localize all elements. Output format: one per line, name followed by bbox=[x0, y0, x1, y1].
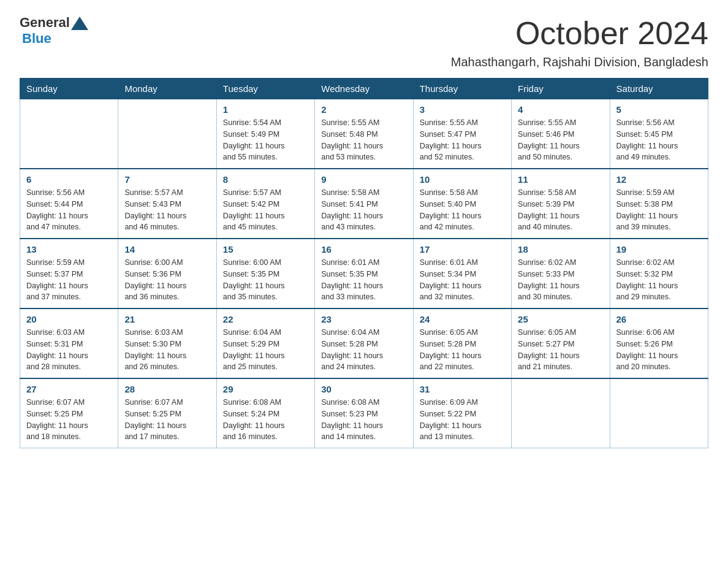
table-row: 5Sunrise: 5:56 AM Sunset: 5:45 PM Daylig… bbox=[610, 99, 708, 169]
table-row: 30Sunrise: 6:08 AM Sunset: 5:23 PM Dayli… bbox=[315, 378, 413, 448]
col-sunday: Sunday bbox=[20, 79, 118, 99]
day-info: Sunrise: 6:05 AM Sunset: 5:27 PM Dayligh… bbox=[518, 327, 603, 373]
day-info: Sunrise: 6:08 AM Sunset: 5:23 PM Dayligh… bbox=[321, 397, 406, 443]
table-row: 23Sunrise: 6:04 AM Sunset: 5:28 PM Dayli… bbox=[315, 308, 413, 378]
day-info: Sunrise: 6:00 AM Sunset: 5:36 PM Dayligh… bbox=[124, 257, 210, 303]
table-row bbox=[20, 99, 118, 169]
day-number: 13 bbox=[26, 244, 112, 255]
table-row: 2Sunrise: 5:55 AM Sunset: 5:48 PM Daylig… bbox=[315, 99, 413, 169]
header: General Blue October 2024 bbox=[20, 15, 708, 52]
day-number: 16 bbox=[321, 244, 406, 255]
day-info: Sunrise: 5:54 AM Sunset: 5:49 PM Dayligh… bbox=[223, 117, 308, 163]
col-tuesday: Tuesday bbox=[216, 79, 314, 99]
day-number: 30 bbox=[321, 384, 406, 394]
day-info: Sunrise: 6:03 AM Sunset: 5:30 PM Dayligh… bbox=[124, 327, 210, 373]
table-row: 26Sunrise: 6:06 AM Sunset: 5:26 PM Dayli… bbox=[610, 308, 708, 378]
day-info: Sunrise: 6:09 AM Sunset: 5:22 PM Dayligh… bbox=[420, 397, 505, 443]
day-info: Sunrise: 6:02 AM Sunset: 5:32 PM Dayligh… bbox=[616, 257, 702, 303]
day-number: 12 bbox=[616, 174, 702, 185]
day-number: 29 bbox=[223, 384, 308, 394]
day-number: 15 bbox=[223, 244, 308, 255]
day-number: 20 bbox=[26, 314, 112, 324]
day-info: Sunrise: 6:01 AM Sunset: 5:34 PM Dayligh… bbox=[420, 257, 505, 303]
table-row: 17Sunrise: 6:01 AM Sunset: 5:34 PM Dayli… bbox=[413, 239, 511, 308]
subtitle: Mahasthangarh, Rajshahi Division, Bangla… bbox=[20, 55, 708, 69]
logo-blue-text: Blue bbox=[22, 31, 51, 47]
col-friday: Friday bbox=[512, 79, 610, 99]
day-number: 23 bbox=[321, 314, 406, 324]
logo-general-text: General bbox=[20, 15, 70, 31]
day-info: Sunrise: 5:56 AM Sunset: 5:44 PM Dayligh… bbox=[26, 187, 112, 233]
day-number: 11 bbox=[518, 174, 603, 185]
page-title: October 2024 bbox=[515, 15, 708, 52]
day-number: 26 bbox=[616, 314, 702, 324]
col-thursday: Thursday bbox=[413, 79, 511, 99]
day-info: Sunrise: 6:02 AM Sunset: 5:33 PM Dayligh… bbox=[518, 257, 603, 303]
day-info: Sunrise: 5:56 AM Sunset: 5:45 PM Dayligh… bbox=[616, 117, 702, 163]
calendar-week-row: 6Sunrise: 5:56 AM Sunset: 5:44 PM Daylig… bbox=[20, 169, 708, 239]
table-row: 28Sunrise: 6:07 AM Sunset: 5:25 PM Dayli… bbox=[118, 378, 216, 448]
day-number: 1 bbox=[223, 104, 308, 115]
table-row bbox=[610, 378, 708, 448]
day-info: Sunrise: 6:01 AM Sunset: 5:35 PM Dayligh… bbox=[321, 257, 406, 303]
day-info: Sunrise: 6:00 AM Sunset: 5:35 PM Dayligh… bbox=[223, 257, 308, 303]
col-monday: Monday bbox=[118, 79, 216, 99]
table-row: 18Sunrise: 6:02 AM Sunset: 5:33 PM Dayli… bbox=[512, 239, 610, 308]
day-info: Sunrise: 5:58 AM Sunset: 5:39 PM Dayligh… bbox=[518, 187, 603, 233]
logo-triangle-icon bbox=[71, 17, 88, 30]
day-number: 17 bbox=[420, 244, 505, 255]
table-row: 10Sunrise: 5:58 AM Sunset: 5:40 PM Dayli… bbox=[413, 169, 511, 239]
day-number: 8 bbox=[223, 174, 308, 185]
table-row: 29Sunrise: 6:08 AM Sunset: 5:24 PM Dayli… bbox=[216, 378, 314, 448]
table-row bbox=[512, 378, 610, 448]
logo-line1: General bbox=[20, 15, 89, 31]
table-row: 14Sunrise: 6:00 AM Sunset: 5:36 PM Dayli… bbox=[118, 239, 216, 308]
table-row: 22Sunrise: 6:04 AM Sunset: 5:29 PM Dayli… bbox=[216, 308, 314, 378]
table-row bbox=[118, 99, 216, 169]
table-row: 6Sunrise: 5:56 AM Sunset: 5:44 PM Daylig… bbox=[20, 169, 118, 239]
table-row: 3Sunrise: 5:55 AM Sunset: 5:47 PM Daylig… bbox=[413, 99, 511, 169]
day-number: 5 bbox=[616, 104, 702, 115]
calendar-week-row: 1Sunrise: 5:54 AM Sunset: 5:49 PM Daylig… bbox=[20, 99, 708, 169]
calendar-week-row: 13Sunrise: 5:59 AM Sunset: 5:37 PM Dayli… bbox=[20, 239, 708, 308]
day-info: Sunrise: 5:59 AM Sunset: 5:37 PM Dayligh… bbox=[26, 257, 112, 303]
day-info: Sunrise: 6:07 AM Sunset: 5:25 PM Dayligh… bbox=[124, 397, 210, 443]
logo: General Blue bbox=[20, 15, 89, 47]
day-number: 31 bbox=[420, 384, 505, 394]
day-info: Sunrise: 5:59 AM Sunset: 5:38 PM Dayligh… bbox=[616, 187, 702, 233]
day-info: Sunrise: 6:04 AM Sunset: 5:29 PM Dayligh… bbox=[223, 327, 308, 373]
day-number: 28 bbox=[124, 384, 210, 394]
table-row: 16Sunrise: 6:01 AM Sunset: 5:35 PM Dayli… bbox=[315, 239, 413, 308]
table-row: 15Sunrise: 6:00 AM Sunset: 5:35 PM Dayli… bbox=[216, 239, 314, 308]
calendar-table: Sunday Monday Tuesday Wednesday Thursday… bbox=[20, 78, 708, 448]
day-number: 14 bbox=[124, 244, 210, 255]
table-row: 24Sunrise: 6:05 AM Sunset: 5:28 PM Dayli… bbox=[413, 308, 511, 378]
table-row: 12Sunrise: 5:59 AM Sunset: 5:38 PM Dayli… bbox=[610, 169, 708, 239]
day-number: 25 bbox=[518, 314, 603, 324]
day-info: Sunrise: 6:07 AM Sunset: 5:25 PM Dayligh… bbox=[26, 397, 112, 443]
table-row: 25Sunrise: 6:05 AM Sunset: 5:27 PM Dayli… bbox=[512, 308, 610, 378]
day-info: Sunrise: 5:55 AM Sunset: 5:47 PM Dayligh… bbox=[420, 117, 505, 163]
day-info: Sunrise: 5:55 AM Sunset: 5:46 PM Dayligh… bbox=[518, 117, 603, 163]
day-info: Sunrise: 5:57 AM Sunset: 5:42 PM Dayligh… bbox=[223, 187, 308, 233]
table-row: 21Sunrise: 6:03 AM Sunset: 5:30 PM Dayli… bbox=[118, 308, 216, 378]
table-row: 9Sunrise: 5:58 AM Sunset: 5:41 PM Daylig… bbox=[315, 169, 413, 239]
day-info: Sunrise: 5:57 AM Sunset: 5:43 PM Dayligh… bbox=[124, 187, 210, 233]
table-row: 11Sunrise: 5:58 AM Sunset: 5:39 PM Dayli… bbox=[512, 169, 610, 239]
day-info: Sunrise: 5:58 AM Sunset: 5:40 PM Dayligh… bbox=[420, 187, 505, 233]
day-info: Sunrise: 6:06 AM Sunset: 5:26 PM Dayligh… bbox=[616, 327, 702, 373]
day-number: 19 bbox=[616, 244, 702, 255]
table-row: 19Sunrise: 6:02 AM Sunset: 5:32 PM Dayli… bbox=[610, 239, 708, 308]
day-number: 22 bbox=[223, 314, 308, 324]
day-number: 6 bbox=[26, 174, 112, 185]
table-row: 4Sunrise: 5:55 AM Sunset: 5:46 PM Daylig… bbox=[512, 99, 610, 169]
calendar-week-row: 27Sunrise: 6:07 AM Sunset: 5:25 PM Dayli… bbox=[20, 378, 708, 448]
calendar-week-row: 20Sunrise: 6:03 AM Sunset: 5:31 PM Dayli… bbox=[20, 308, 708, 378]
day-number: 7 bbox=[124, 174, 210, 185]
day-info: Sunrise: 6:08 AM Sunset: 5:24 PM Dayligh… bbox=[223, 397, 308, 443]
table-row: 8Sunrise: 5:57 AM Sunset: 5:42 PM Daylig… bbox=[216, 169, 314, 239]
table-row: 20Sunrise: 6:03 AM Sunset: 5:31 PM Dayli… bbox=[20, 308, 118, 378]
table-row: 1Sunrise: 5:54 AM Sunset: 5:49 PM Daylig… bbox=[216, 99, 314, 169]
day-number: 4 bbox=[518, 104, 603, 115]
table-row: 13Sunrise: 5:59 AM Sunset: 5:37 PM Dayli… bbox=[20, 239, 118, 308]
